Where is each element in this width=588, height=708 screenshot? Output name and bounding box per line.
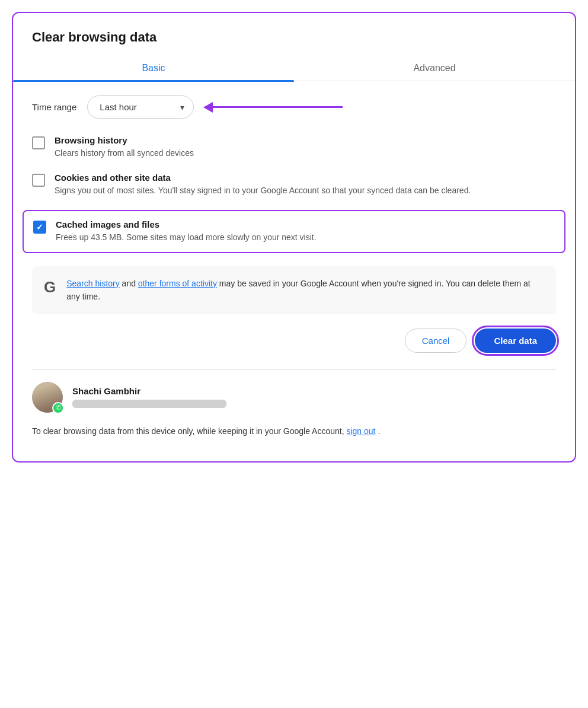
checkbox-browsing-history[interactable] <box>32 136 45 149</box>
sign-out-link[interactable]: sign out <box>346 426 375 436</box>
button-row: Cancel Clear data <box>32 329 556 353</box>
info-text-and: and <box>122 279 138 288</box>
arrow-line <box>212 106 343 108</box>
option-row-cached: Cached images and files Frees up 43.5 MB… <box>23 210 565 253</box>
time-range-select[interactable]: Last hour Last 24 hours Last 7 days Last… <box>87 95 194 119</box>
info-box-text: Search history and other forms of activi… <box>66 277 544 304</box>
checkbox-cookies[interactable] <box>32 174 45 187</box>
dialog-content: Time range Last hour Last 24 hours Last … <box>13 81 575 461</box>
option-text-browsing-history: Browsing history Clears history from all… <box>55 135 556 160</box>
divider <box>32 369 556 370</box>
option-desc-cookies: Signs you out of most sites. You'll stay… <box>55 184 556 197</box>
clear-data-button[interactable]: Clear data <box>475 329 556 353</box>
whatsapp-icon: ✆ <box>56 404 61 412</box>
avatar-wrapper: ✆ <box>32 382 63 413</box>
option-title-cached: Cached images and files <box>56 219 555 229</box>
option-text-cached: Cached images and files Frees up 43.5 MB… <box>56 219 555 244</box>
option-desc-browsing-history: Clears history from all synced devices <box>55 147 556 160</box>
tabs-container: Basic Advanced <box>13 55 575 81</box>
cancel-button[interactable]: Cancel <box>405 329 467 353</box>
user-email-blurred <box>72 400 226 408</box>
option-row-browsing-history: Browsing history Clears history from all… <box>32 135 556 160</box>
footer-text-before: To clear browsing data from this device … <box>32 426 346 436</box>
user-name: Shachi Gambhir <box>72 386 556 396</box>
clear-browsing-data-dialog: Clear browsing data Basic Advanced Time … <box>12 12 576 463</box>
tab-advanced[interactable]: Advanced <box>294 55 575 81</box>
tab-basic[interactable]: Basic <box>13 55 294 81</box>
option-title-browsing-history: Browsing history <box>55 135 556 145</box>
other-forms-link[interactable]: other forms of activity <box>138 279 217 288</box>
annotation-arrow <box>203 102 343 113</box>
checkbox-cached[interactable] <box>33 221 46 234</box>
user-info: Shachi Gambhir <box>72 386 556 408</box>
google-account-info-box: G Search history and other forms of acti… <box>32 266 556 314</box>
dialog-title: Clear browsing data <box>13 13 575 55</box>
search-history-link[interactable]: Search history <box>66 279 119 288</box>
option-desc-cached: Frees up 43.5 MB. Some sites may load mo… <box>56 231 555 244</box>
whatsapp-badge: ✆ <box>52 402 64 414</box>
option-row-cookies: Cookies and other site data Signs you ou… <box>32 173 556 197</box>
arrow-head-icon <box>203 102 213 113</box>
time-range-wrapper: Last hour Last 24 hours Last 7 days Last… <box>87 95 343 119</box>
option-title-cookies: Cookies and other site data <box>55 173 556 183</box>
footer-text-after: . <box>378 426 380 436</box>
time-range-row: Time range Last hour Last 24 hours Last … <box>32 95 556 119</box>
time-range-label: Time range <box>32 102 76 112</box>
footer-text: To clear browsing data from this device … <box>32 425 556 449</box>
user-row: ✆ Shachi Gambhir <box>32 382 556 413</box>
google-logo: G <box>44 278 56 296</box>
option-text-cookies: Cookies and other site data Signs you ou… <box>55 173 556 197</box>
